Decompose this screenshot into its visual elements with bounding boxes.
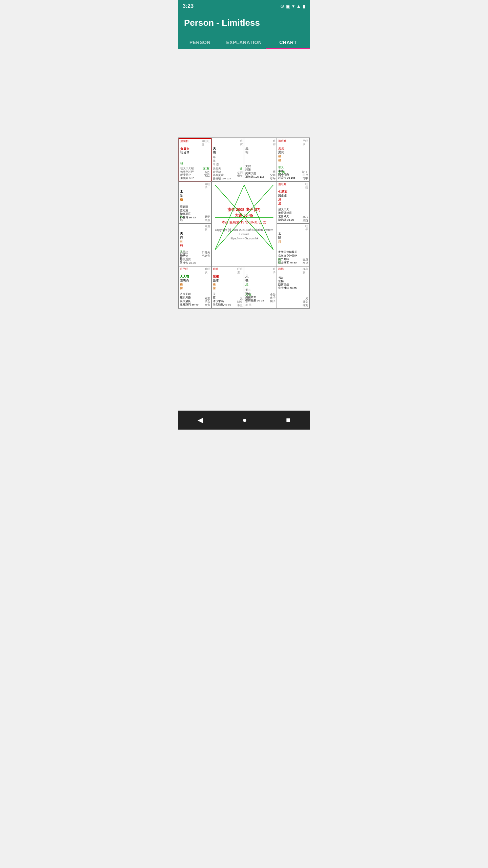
tab-bar: PERSON EXPLANATION CHART <box>178 35 310 49</box>
recents-button[interactable]: ■ <box>286 416 290 425</box>
cell-1-1: 胎初初 廟旺旺丑 貪廉文 狼貞昌 祿 劫天天天破 煞坐刑才碎 絕斐劫小 廉煞耗 … <box>179 138 211 181</box>
tab-explanation[interactable]: EXPLANATION <box>222 35 266 49</box>
year-info: 流年 2008 戊子 (37) 大運 36-45 <box>227 207 260 219</box>
cell-3-4: 旺午 太 陽 科 寄陰天旬解鳳天 宿煞官空神閑使 帝力月吟 旺士煞客 76-85… <box>277 223 310 266</box>
tab-person[interactable]: PERSON <box>178 35 222 49</box>
cell-4-3: 旺子 天 機 忌 天三 冠台 帶官將太 帶府星戲 56-65 文 左 曲輔 <box>244 266 277 308</box>
status-bar: 3:23 ⊙ ▣ ▾ ▲ ▮ <box>178 0 310 12</box>
cell-4-2: 旺旺 旺旺丑 紫破 微軍 橡 橡 天 空 沐伏擎嗎 浴兵鞍氣 46-55 <box>211 266 244 308</box>
cell-1-3: 旺卯 天 相 大封 耗諸 死蔣天龍 軍煞德 106-115 疾 父丙 母午 <box>244 138 277 181</box>
ziwei-chart: 胎初初 廟旺旺丑 貪廉文 狼貞昌 祿 劫天天天破 煞坐刑才碎 絕斐劫小 廉煞耗 … <box>178 138 310 309</box>
page-title: Person - Limitless <box>184 18 304 28</box>
signal-icon: ▲ <box>296 3 301 9</box>
cell-1-2: 旺寅 天 機 平 掌 羊 空 天天天 虛哭福 基奏災歲 書煞破 116-125 … <box>211 138 244 181</box>
sim-icon: ▣ <box>286 3 290 9</box>
tab-chart[interactable]: CHART <box>266 35 310 49</box>
gray-spacer <box>178 49 310 137</box>
podcast-icon: ⊙ <box>280 3 284 9</box>
cell-2-1: 廟旺子 太 陰 橡 華恩龍 蓋光池 胎喜草官 神蓋符 16-25 地 劫 <box>179 181 211 223</box>
cell-3-1: 廟廟亥 天 府 科 科 天天 魁鉞 鈴 星 天空紅 <box>179 223 211 266</box>
status-icons: ⊙ ▣ ▾ ▲ ▮ <box>280 3 305 9</box>
header: Person - Limitless <box>178 12 310 35</box>
center-cell: 流年 2008 戊子 (37) 大運 36-45 本命 飯島愛 1972-10-… <box>211 181 277 266</box>
back-button[interactable]: ◀ <box>198 416 203 425</box>
cell-2-4: 廟旺旺 旺巳 七武文 殺曲曲 忌 忌 咸天天天 池廚德姚喜 衰青咸天 龍池德 8… <box>277 181 310 223</box>
bottom-nav: ◀ ● ■ <box>178 411 310 430</box>
chart-container: 胎初初 廟旺旺丑 貪廉文 狼貞昌 祿 劫天天天破 煞坐刑才碎 絕斐劫小 廉煞耗 … <box>178 137 310 309</box>
cell-1-4: 胎旺旺 平旺辰 天天 梁同 橡 橡 蓽天 廉貴 病小指白 耗背皮 96-105 <box>277 138 310 181</box>
bottom-spacer <box>178 309 310 404</box>
copyright: Copyright [c] 2001-2021 Soft Solution Sy… <box>214 228 274 241</box>
cell-4-4: 祿地 橡存亥 旬台 空輔 臨博已病 官士神符 66-75 兄 遷辛 移亥 <box>277 266 310 308</box>
birth-info: 本命 飯島愛 1972-10-31 巳 女 <box>222 220 266 224</box>
wifi-icon: ▾ <box>292 3 294 9</box>
home-button[interactable]: ● <box>242 416 247 425</box>
cell-4-1: 旺平旺 旺旺戌 天天右 左馬弼 橡 橡 八孤天截 座辰月路 長大歲良 生耗輝門 … <box>179 266 211 308</box>
battery-icon: ▮ <box>303 3 305 9</box>
status-time: 3:23 <box>183 3 194 9</box>
